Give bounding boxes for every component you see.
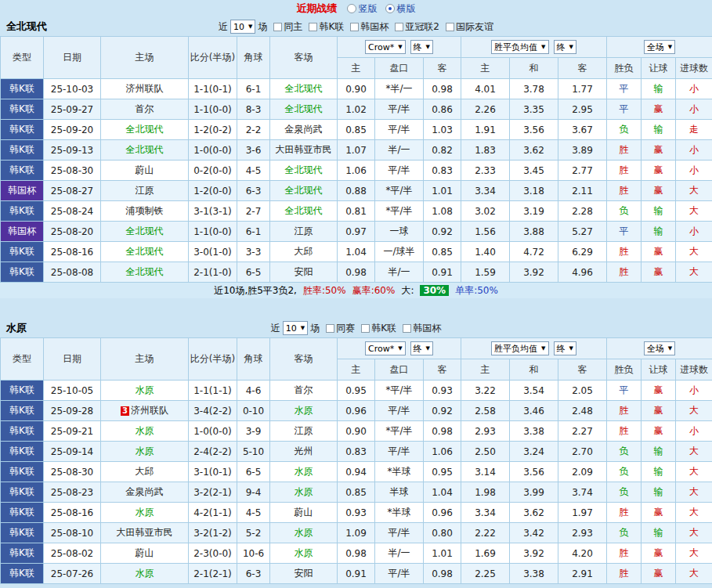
avg-draw-odds: 3.42 [510,523,558,543]
home-team-name: 全北现代 [126,246,164,257]
summary-token: 赢率:60% [352,284,396,298]
top-bar: 近期战绩 竖版 横版 [0,0,712,17]
checkbox-icon [361,324,370,333]
avg-away-odds: 3.74 [558,482,607,503]
home-odds: 0.95 [338,381,375,401]
away-odds: 0.98 [424,421,461,442]
home-odds: 0.88 [338,181,375,201]
result-handicap: 赢 [642,421,676,442]
handicap-line: *平/半 [375,421,424,442]
away-team-cell: 安阳 [270,262,338,283]
home-team-name: 水原 [136,384,154,395]
filter-checkbox-0[interactable]: 同主 [273,20,302,34]
filter-checkbox-0[interactable]: 同赛 [326,322,355,335]
sub-column-header: 盘口 [375,359,424,381]
handicap-line: 平/半 [375,120,424,140]
checkbox-label: 国际友谊 [456,20,493,34]
result-goals: 大 [676,201,712,222]
filter-checkbox-1[interactable]: 韩K联 [361,322,396,335]
handicap-line: 平/半 [375,442,424,462]
result-outcome: 平 [607,79,642,99]
odds-select-0[interactable]: Crow*▼ [365,341,406,355]
avg-draw-odds: 3.35 [510,99,558,120]
header-group-odds: Crow*▼终▼ [338,37,461,58]
avg-select-0[interactable]: 胜平负均值▼ [491,40,548,54]
chevron-down-icon: ▼ [398,45,402,50]
avg-select-1[interactable]: 终▼ [554,40,576,54]
away-odds: 0.91 [424,262,461,283]
away-odds: 0.98 [424,564,461,584]
sub-column-header: 胜负 [607,359,642,381]
filter-checkbox-2[interactable]: 韩国杯 [350,20,389,34]
sub-column-header: 客 [424,58,461,79]
scope-select-0[interactable]: 全场▼ [644,341,675,355]
result-handicap: 输 [642,523,676,543]
handicap-line: *平/半 [375,201,424,222]
away-odds: 0.80 [424,523,461,543]
filter-checkbox-3[interactable]: 亚冠联2 [395,20,439,34]
home-team-cell: 全北现代 [101,242,189,262]
match-row: 韩K联25-07-26水原2-1(2-1)6-3安阳0.91平/半0.982.2… [1,564,712,584]
match-score: 2-3(0-0) [189,543,237,564]
avg-select-1[interactable]: 终▼ [554,341,576,355]
result-goals: 大 [676,181,712,201]
away-team-name: 大邱 [295,246,313,257]
result-goals: 大 [676,482,712,503]
recent-count-select[interactable]: 10▼ [283,321,308,335]
odds-select-1-value: 终 [414,41,422,53]
result-outcome: 负 [607,482,642,503]
match-date: 25-10-05 [44,381,101,401]
filter-checkbox-1[interactable]: 韩K联 [309,20,344,34]
result-outcome: 胜 [607,140,642,161]
corner-count: 5-10 [237,442,270,462]
checkbox-label: 韩国杯 [360,20,389,34]
match-row: 韩K联25-09-283济州联队3-4(2-2)0-10水原0.96平/半0.9… [1,401,712,421]
scope-select-0[interactable]: 全场▼ [644,40,675,54]
home-team-cell: 全北现代 [101,120,189,140]
checkbox-label: 亚冠联2 [405,20,439,34]
chevron-down-icon: ▼ [301,326,305,331]
match-score: 1-1(0-1) [189,79,237,99]
result-outcome: 胜 [607,242,642,262]
avg-away-odds: 2.91 [558,564,607,584]
header-group-scope-controls: 全场▼ [607,341,712,355]
home-team-cell: 全北现代 [101,222,189,242]
scope-select-0-value: 全场 [647,343,664,355]
match-row: 韩K联25-09-13全北现代1-0(0-0)3-6大田韩亚市民1.07半/一0… [1,140,712,161]
avg-draw-odds: 3.62 [510,140,558,161]
handicap-line: 平/半 [375,401,424,421]
away-odds: 0.92 [424,401,461,421]
result-goals: 小 [676,140,712,161]
away-odds: 0.93 [424,381,461,401]
away-team-cell: 水原 [270,401,338,421]
filter-checkbox-4[interactable]: 国际友谊 [446,20,493,34]
match-row: 韩K联25-08-23金泉尚武3-2(2-1)9-4水原0.85半球1.041.… [1,482,712,503]
avg-away-odds: 2.27 [558,421,607,442]
avg-select-0[interactable]: 胜平负均值▼ [491,341,548,355]
recent-count-select[interactable]: 10▼ [230,20,255,34]
chevron-down-icon: ▼ [668,346,672,352]
odds-select-1[interactable]: 终▼ [410,40,433,54]
match-date: 25-09-14 [44,442,101,462]
avg-home-odds: 2.33 [461,161,510,181]
avg-draw-odds: 3.92 [510,262,558,283]
away-team-cell: 大田韩亚市民 [270,140,338,161]
home-odds: 0.90 [338,421,375,442]
sub-column-header: 盘口 [375,58,424,79]
checkbox-label: 同主 [284,20,302,34]
odds-select-0[interactable]: Crow*▼ [365,40,406,54]
home-odds: 0.91 [338,564,375,584]
away-odds: 1.01 [424,181,461,201]
radio-horizontal-layout[interactable]: 横版 [385,2,416,16]
avg-away-odds: 2.48 [558,401,607,421]
filter-checkbox-2[interactable]: 韩国杯 [403,322,441,335]
avg-home-odds: 2.50 [461,442,510,462]
header-group-avg-controls: 胜平负均值▼终▼ [461,40,606,54]
home-team-cell: 3济州联队 [101,401,189,421]
avg-home-odds: 3.22 [461,381,510,401]
radio-vertical-layout[interactable]: 竖版 [347,2,378,16]
result-handicap: 赢 [642,503,676,523]
competition-type: 韩K联 [1,543,44,564]
odds-select-1[interactable]: 终▼ [410,341,433,355]
team-name: 全北现代 [6,20,47,34]
